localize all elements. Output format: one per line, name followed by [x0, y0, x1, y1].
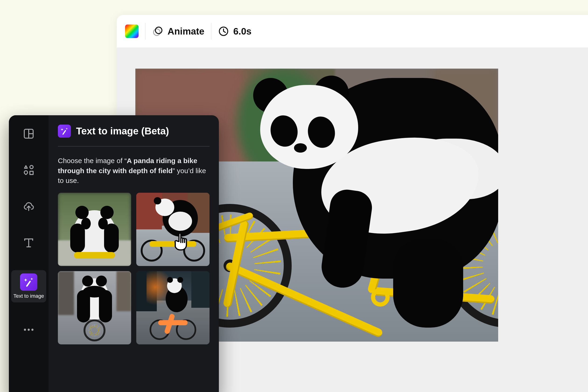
templates-icon: [23, 128, 34, 140]
svg-point-0: [156, 27, 162, 34]
panel-body: Text to image (Beta) Choose the image of…: [48, 115, 219, 392]
svg-point-13: [32, 329, 34, 331]
uploads-icon: [23, 201, 34, 212]
toolbar-divider: [145, 23, 146, 40]
more-icon: [23, 324, 34, 336]
sidebar-item-uploads[interactable]: [11, 198, 46, 216]
svg-point-1: [154, 29, 160, 36]
animate-label: Animate: [168, 26, 204, 37]
sidebar-item-templates[interactable]: [11, 124, 46, 143]
color-picker-button[interactable]: [125, 24, 138, 38]
duration-label: 6.0s: [233, 26, 252, 37]
panel-header: Text to image (Beta): [58, 124, 210, 146]
pointer-cursor-icon: [174, 231, 191, 251]
editor-toolbar: Animate 6.0s: [117, 15, 588, 48]
prompt-instruction: Choose the image of “A panda riding a bi…: [58, 156, 210, 186]
svg-rect-7: [30, 171, 33, 174]
sidebar-rail: Text to image: [9, 115, 48, 392]
duration-button[interactable]: 6.0s: [218, 26, 252, 37]
svg-point-6: [30, 166, 33, 169]
magic-icon: [58, 124, 71, 138]
sidebar-item-text-to-image[interactable]: Text to image: [11, 270, 46, 302]
clock-icon: [218, 26, 229, 37]
svg-point-12: [28, 329, 30, 331]
results-grid: [58, 193, 210, 344]
svg-rect-10: [26, 280, 31, 287]
sidebar-item-elements[interactable]: [11, 161, 46, 179]
panel-title: Text to image (Beta): [76, 126, 169, 137]
sidebar-item-text[interactable]: [11, 234, 46, 252]
prompt-prefix: Choose the image of “: [58, 157, 127, 164]
svg-point-11: [24, 329, 26, 331]
sidebar-item-label: Text to image: [14, 293, 44, 299]
elements-icon: [23, 164, 34, 176]
result-thumb[interactable]: [136, 193, 210, 266]
result-thumb[interactable]: [136, 271, 210, 344]
animate-icon: [152, 26, 163, 37]
animate-button[interactable]: Animate: [152, 26, 204, 37]
result-thumb[interactable]: [58, 193, 131, 266]
side-panel: Text to image Text to image (Beta): [9, 115, 219, 392]
svg-rect-14: [62, 130, 66, 135]
toolbar-divider: [211, 23, 212, 40]
result-thumb[interactable]: [58, 271, 131, 344]
sidebar-item-more[interactable]: [11, 320, 46, 339]
text-icon: [23, 237, 34, 249]
magic-icon: [20, 274, 37, 291]
